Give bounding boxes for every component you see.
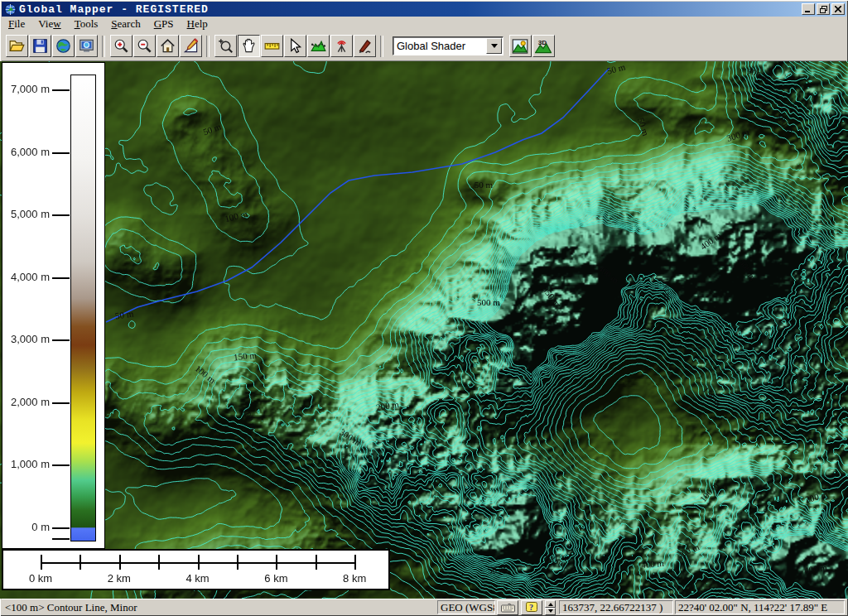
pen-icon — [357, 38, 373, 54]
zoom-out-button[interactable] — [133, 35, 156, 57]
title-bar: Global Mapper - REGISTERED — [2, 2, 846, 17]
shader-select[interactable]: Global Shader — [393, 36, 504, 55]
legend-tick-label: 2,000 m — [2, 396, 50, 408]
help-button[interactable]: ? — [521, 600, 542, 615]
digitizer-button[interactable] — [354, 35, 376, 57]
legend-tick-label: 1,000 m — [2, 458, 50, 470]
legend-tick — [52, 464, 70, 466]
open-folder-icon — [9, 38, 25, 54]
raster-image-icon — [512, 38, 528, 55]
ruler-icon — [264, 38, 280, 54]
triangle-up-icon — [548, 600, 553, 606]
elevation-gradient-bar — [70, 75, 96, 541]
scale-bar-tick — [158, 555, 160, 570]
status-projection: GEO (WGS84 — [437, 600, 495, 614]
view-3d-icon: 3D — [535, 38, 552, 55]
scale-bar-label: 6 km — [247, 572, 305, 585]
menu-item-file[interactable]: File — [2, 17, 31, 31]
zoom-out-icon — [137, 38, 152, 54]
globe-icon — [55, 38, 71, 54]
scale-bar-tick — [119, 555, 121, 570]
menu-item-gps[interactable]: GPS — [147, 17, 181, 31]
cursor-arrow-icon — [287, 38, 303, 54]
gps-button[interactable] — [330, 35, 353, 57]
capture-button[interactable] — [75, 35, 98, 57]
menu-item-help[interactable]: Help — [181, 17, 214, 31]
save-floppy-icon — [32, 38, 48, 54]
scale-bar-label: 0 km — [12, 572, 70, 585]
close-icon — [835, 6, 841, 12]
svg-text:?: ? — [529, 602, 533, 611]
open-file-button[interactable] — [6, 35, 28, 57]
status-bar: <100 m> Contour Line, Minor GEO (WGS84 ?… — [2, 599, 846, 615]
scale-bar-tick — [41, 555, 42, 570]
restore-button[interactable] — [817, 3, 830, 15]
legend-tick — [52, 339, 70, 341]
legend-tick — [52, 538, 70, 540]
scale-bar-tick — [316, 555, 317, 570]
zoom-in-icon — [113, 38, 129, 54]
legend-tick — [52, 89, 70, 91]
zoom-in-button[interactable] — [110, 35, 132, 57]
zoom-tool-icon — [218, 38, 234, 54]
scale-bar-label: 2 km — [90, 572, 148, 585]
measure-tool-button[interactable] — [261, 35, 283, 57]
legend-tick — [52, 277, 70, 279]
legend-tick — [52, 402, 70, 404]
app-icon — [4, 3, 17, 16]
toolbar: Global Shader 3D — [2, 31, 846, 61]
toolbar-separator — [206, 36, 210, 57]
status-cursor-latlon: 22?40' 02.00" N, 114?22' 17.89" E — [675, 600, 845, 614]
keyboard-icon — [501, 603, 515, 613]
zoom-tool-button[interactable] — [214, 35, 237, 57]
path-profile-button[interactable] — [307, 35, 330, 57]
legend-tick — [52, 152, 70, 154]
save-button[interactable] — [29, 35, 51, 57]
menu-item-tools[interactable]: Tools — [68, 17, 105, 31]
pan-hand-icon — [241, 38, 257, 54]
raster-options-button[interactable] — [509, 35, 532, 57]
full-extent-button[interactable] — [157, 35, 179, 57]
minimize-button[interactable] — [802, 3, 815, 15]
scale-bar-tick — [198, 555, 200, 570]
legend-tick — [52, 214, 70, 216]
help-icon: ? — [526, 602, 537, 614]
scale-bar-tick — [237, 555, 238, 570]
menu-bar: FileViewToolsSearchGPSHelp — [2, 17, 846, 31]
window-title: Global Mapper - REGISTERED — [19, 3, 802, 16]
select-tool-button[interactable] — [284, 35, 306, 57]
svg-text:3D: 3D — [538, 39, 547, 46]
scale-bar: 0 km2 km4 km6 km8 km — [2, 549, 390, 590]
scale-bar-label: 4 km — [169, 572, 227, 585]
map-canvas[interactable] — [0, 61, 848, 599]
keyboard-button[interactable] — [497, 600, 518, 615]
chevron-down-icon — [491, 44, 498, 51]
view-3d-button[interactable]: 3D — [532, 35, 555, 57]
ruler-pencil-icon — [183, 38, 199, 54]
menu-item-search[interactable]: Search — [104, 17, 147, 31]
path-profile-icon — [311, 38, 326, 54]
legend-tick-label: 5,000 m — [2, 208, 50, 220]
spinner-up-button[interactable] — [545, 600, 556, 608]
minimize-icon — [805, 6, 812, 12]
shader-select-value: Global Shader — [393, 40, 486, 52]
legend-tick-label: 3,000 m — [2, 333, 50, 345]
scale-bar-tick — [354, 555, 356, 570]
menu-item-view[interactable]: View — [31, 17, 67, 31]
spinner-down-button[interactable] — [545, 608, 556, 615]
pan-tool-button[interactable] — [238, 35, 260, 57]
status-feature-info: <100 m> Contour Line, Minor — [2, 601, 437, 614]
online-data-button[interactable] — [52, 35, 75, 57]
elevation-legend: 7,000 m6,000 m5,000 m4,000 m3,000 m2,000… — [2, 62, 105, 549]
restore-icon — [820, 6, 827, 13]
legend-tick-label: 6,000 m — [2, 146, 50, 158]
screen-capture-icon — [79, 38, 94, 54]
profile-setup-button[interactable] — [180, 35, 202, 57]
coordinate-spinner[interactable] — [545, 600, 556, 615]
legend-tick-label: 4,000 m — [2, 271, 50, 283]
shader-select-arrow[interactable] — [486, 38, 502, 54]
triangle-down-icon — [548, 609, 553, 615]
legend-tick — [52, 527, 70, 529]
close-button[interactable] — [831, 3, 845, 15]
legend-tick-label: 7,000 m — [2, 83, 50, 95]
